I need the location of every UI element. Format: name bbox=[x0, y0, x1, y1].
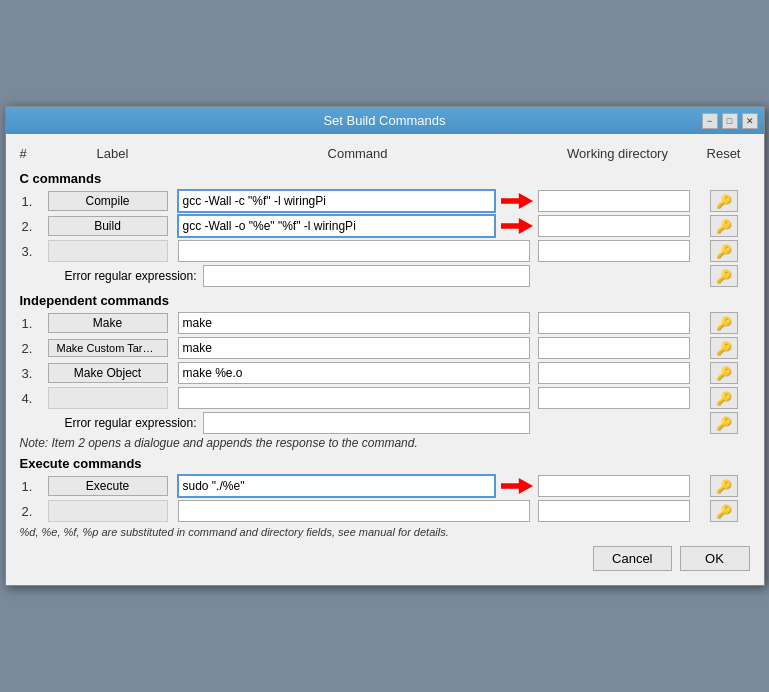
close-button[interactable]: ✕ bbox=[742, 113, 758, 129]
col-working-dir: Working directory bbox=[538, 146, 698, 161]
reset-icon-3: 🔑 bbox=[716, 244, 732, 259]
c-row-3-reset-cell: 🔑 bbox=[698, 240, 750, 262]
reset-icon-4: 🔑 bbox=[716, 269, 732, 284]
c-row-2-cmd-input[interactable] bbox=[178, 215, 496, 237]
ind-row-3-dir-cell bbox=[538, 362, 698, 384]
exec-row-2-reset-button[interactable]: 🔑 bbox=[710, 500, 738, 522]
c-error-cmd-cell bbox=[203, 265, 538, 287]
cancel-button[interactable]: Cancel bbox=[593, 546, 671, 571]
ind-row-2-cmd-input[interactable] bbox=[178, 337, 530, 359]
exec-row-1-cmd-cell bbox=[178, 475, 538, 497]
exec-row-1-cmd-input[interactable] bbox=[178, 475, 496, 497]
execute-button[interactable]: Execute bbox=[48, 476, 168, 496]
ind-row-2-num: 2. bbox=[20, 341, 48, 356]
col-hash: # bbox=[20, 146, 48, 161]
minimize-button[interactable]: − bbox=[702, 113, 718, 129]
exec-row-1-reset-cell: 🔑 bbox=[698, 475, 750, 497]
ind-row-4-reset-button[interactable]: 🔑 bbox=[710, 387, 738, 409]
ind-row-2-dir-cell bbox=[538, 337, 698, 359]
restore-button[interactable]: □ bbox=[722, 113, 738, 129]
exec-row-2-cmd-input[interactable] bbox=[178, 500, 530, 522]
reset-icon-5: 🔑 bbox=[716, 316, 732, 331]
make-button[interactable]: Make bbox=[48, 313, 168, 333]
window-title: Set Build Commands bbox=[323, 113, 445, 128]
col-command: Command bbox=[178, 146, 538, 161]
exec-row-2-dir-input[interactable] bbox=[538, 500, 690, 522]
reset-icon-7: 🔑 bbox=[716, 366, 732, 381]
exec-row-2-label-empty bbox=[48, 500, 168, 522]
c-row-1: 1. Compile 🔑 bbox=[20, 190, 750, 212]
ind-row-4-label-cell bbox=[48, 387, 178, 409]
ind-row-1-cmd-input[interactable] bbox=[178, 312, 530, 334]
exec-row-1-arrow-icon bbox=[501, 477, 533, 495]
exec-row-2-num: 2. bbox=[20, 504, 48, 519]
exec-row-2-cmd-cell bbox=[178, 500, 538, 522]
svg-marker-0 bbox=[501, 193, 533, 209]
ind-row-4-label-empty bbox=[48, 387, 168, 409]
ind-error-reset-button[interactable]: 🔑 bbox=[710, 412, 738, 434]
c-row-3-num: 3. bbox=[20, 244, 48, 259]
ok-button[interactable]: OK bbox=[680, 546, 750, 571]
column-headers: # Label Command Working directory Reset bbox=[20, 144, 750, 165]
build-button[interactable]: Build bbox=[48, 216, 168, 236]
c-row-1-arrow-icon bbox=[501, 192, 533, 210]
ind-row-3-reset-button[interactable]: 🔑 bbox=[710, 362, 738, 384]
c-error-reset-button[interactable]: 🔑 bbox=[710, 265, 738, 287]
c-row-2-label-cell: Build bbox=[48, 216, 178, 236]
main-window: Set Build Commands − □ ✕ # Label Command… bbox=[5, 106, 765, 586]
ind-row-3-cmd-input[interactable] bbox=[178, 362, 530, 384]
ind-error-input[interactable] bbox=[203, 412, 530, 434]
ind-error-row: Error regular expression: 🔑 bbox=[20, 412, 750, 434]
reset-icon-8: 🔑 bbox=[716, 391, 732, 406]
c-row-3: 3. 🔑 bbox=[20, 240, 750, 262]
ind-row-3-label-cell: Make Object bbox=[48, 363, 178, 383]
c-row-2-reset-cell: 🔑 bbox=[698, 215, 750, 237]
svg-marker-2 bbox=[501, 478, 533, 494]
ind-row-1-num: 1. bbox=[20, 316, 48, 331]
ind-row-3-dir-input[interactable] bbox=[538, 362, 690, 384]
ind-row-4-dir-input[interactable] bbox=[538, 387, 690, 409]
reset-icon: 🔑 bbox=[716, 194, 732, 209]
reset-icon-9: 🔑 bbox=[716, 416, 732, 431]
ind-row-1-dir-cell bbox=[538, 312, 698, 334]
exec-row-2-label-cell bbox=[48, 500, 178, 522]
title-bar-buttons: − □ ✕ bbox=[702, 113, 758, 129]
compile-button[interactable]: Compile bbox=[48, 191, 168, 211]
c-row-3-reset-button[interactable]: 🔑 bbox=[710, 240, 738, 262]
ind-row-2-dir-input[interactable] bbox=[538, 337, 690, 359]
c-row-3-cmd-input[interactable] bbox=[178, 240, 530, 262]
c-row-2-reset-button[interactable]: 🔑 bbox=[710, 215, 738, 237]
c-error-input[interactable] bbox=[203, 265, 530, 287]
ind-row-3-num: 3. bbox=[20, 366, 48, 381]
c-row-1-dir-input[interactable] bbox=[538, 190, 690, 212]
c-row-3-dir-input[interactable] bbox=[538, 240, 690, 262]
exec-row-1-reset-button[interactable]: 🔑 bbox=[710, 475, 738, 497]
ind-row-1-dir-input[interactable] bbox=[538, 312, 690, 334]
independent-note: Note: Item 2 opens a dialogue and append… bbox=[20, 436, 750, 450]
ind-row-2: 2. Make Custom Target... 🔑 bbox=[20, 337, 750, 359]
c-row-3-cmd-cell bbox=[178, 240, 538, 262]
make-object-button[interactable]: Make Object bbox=[48, 363, 168, 383]
ind-row-1-reset-button[interactable]: 🔑 bbox=[710, 312, 738, 334]
c-row-1-reset-cell: 🔑 bbox=[698, 190, 750, 212]
c-row-1-dir-cell bbox=[538, 190, 698, 212]
dialog-content: # Label Command Working directory Reset … bbox=[6, 134, 764, 585]
c-row-3-label-empty bbox=[48, 240, 168, 262]
ind-row-4-cmd-input[interactable] bbox=[178, 387, 530, 409]
ind-row-1: 1. Make 🔑 bbox=[20, 312, 750, 334]
exec-row-1-dir-input[interactable] bbox=[538, 475, 690, 497]
c-row-2-dir-input[interactable] bbox=[538, 215, 690, 237]
exec-row-1-dir-cell bbox=[538, 475, 698, 497]
make-custom-button[interactable]: Make Custom Target... bbox=[48, 339, 168, 357]
c-row-1-reset-button[interactable]: 🔑 bbox=[710, 190, 738, 212]
reset-icon-6: 🔑 bbox=[716, 341, 732, 356]
ind-row-2-reset-cell: 🔑 bbox=[698, 337, 750, 359]
exec-row-1-label-cell: Execute bbox=[48, 476, 178, 496]
ind-row-2-reset-button[interactable]: 🔑 bbox=[710, 337, 738, 359]
exec-row-2: 2. 🔑 bbox=[20, 500, 750, 522]
title-bar: Set Build Commands − □ ✕ bbox=[6, 107, 764, 134]
c-row-1-cmd-input[interactable] bbox=[178, 190, 496, 212]
c-row-1-cmd-cell bbox=[178, 190, 538, 212]
c-row-1-label-cell: Compile bbox=[48, 191, 178, 211]
ind-error-reset-cell: 🔑 bbox=[698, 412, 750, 434]
